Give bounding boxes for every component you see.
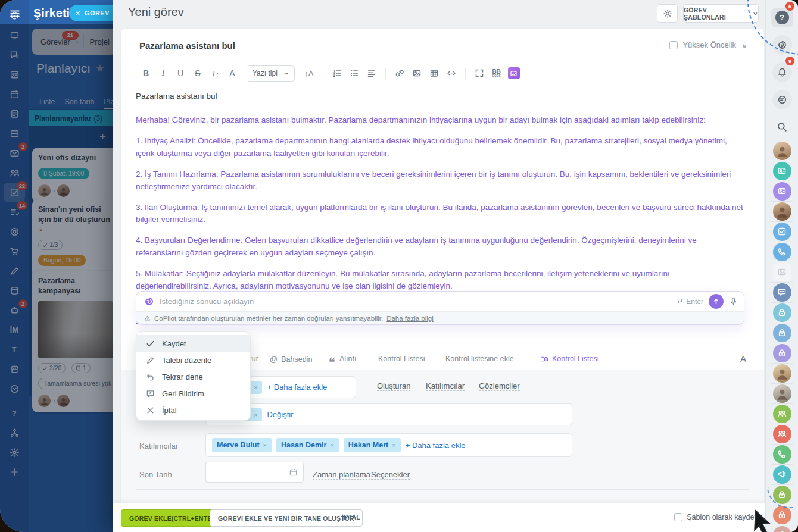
ordered-list-button[interactable] bbox=[331, 65, 344, 81]
microphone-button[interactable] bbox=[729, 297, 738, 306]
rail-sitemap-icon[interactable] bbox=[4, 423, 25, 443]
link-button[interactable] bbox=[393, 65, 406, 81]
rail-t-item[interactable]: T bbox=[4, 340, 25, 359]
priority-checkbox[interactable] bbox=[669, 41, 678, 49]
text-color-button[interactable]: A bbox=[226, 65, 239, 81]
menu-item-kaydet[interactable]: Kaydet bbox=[136, 335, 250, 352]
gozlemciler-link[interactable]: Gözlemciler bbox=[479, 381, 520, 391]
right-rail-avatar-icon[interactable] bbox=[769, 383, 794, 403]
rail-help-icon[interactable]: ? bbox=[4, 403, 25, 423]
insert-table-button[interactable] bbox=[428, 65, 441, 81]
secenekler-link[interactable]: Seçenekler bbox=[371, 470, 410, 480]
remove-chip-icon[interactable]: × bbox=[392, 442, 395, 449]
rail-people-icon[interactable] bbox=[4, 163, 25, 183]
underline-button[interactable]: U bbox=[174, 65, 187, 81]
save-as-template-control[interactable]: Şablon olarak kaydet bbox=[674, 513, 756, 521]
task-description-editor[interactable]: Pazarlama asistanı bul Merhaba! Görevini… bbox=[136, 90, 744, 324]
rail-stack-icon[interactable] bbox=[4, 281, 25, 301]
breadcrumb-tasks[interactable]: Görevler 21 bbox=[32, 37, 76, 46]
rail-cart-icon[interactable] bbox=[4, 242, 25, 261]
right-rail-copilot-icon[interactable] bbox=[769, 31, 794, 58]
add-more-link[interactable]: + Daha fazla ekle bbox=[267, 383, 327, 392]
rail-mail-icon[interactable]: 2 bbox=[4, 143, 25, 163]
copilot-submit-button[interactable] bbox=[709, 294, 724, 309]
more-info-link[interactable]: Daha fazla bilgi bbox=[386, 315, 434, 322]
rail-calendar-icon[interactable] bbox=[4, 85, 25, 104]
add-more-link[interactable]: + Daha fazla ekle bbox=[406, 441, 466, 450]
right-rail-idcard-icon[interactable] bbox=[769, 181, 794, 201]
rail-pen-icon[interactable] bbox=[4, 261, 25, 281]
settings-button[interactable] bbox=[657, 4, 678, 23]
creator-box[interactable]: × Değiştir bbox=[205, 403, 572, 425]
rail-contacts-icon[interactable] bbox=[4, 65, 25, 85]
tab-bahsedin[interactable]: @Bahsedin bbox=[270, 355, 312, 364]
rail-im-item[interactable]: İM bbox=[4, 320, 25, 340]
katilimcilar-link[interactable]: Katılımcılar bbox=[426, 381, 465, 391]
code-button[interactable] bbox=[445, 65, 458, 81]
rail-plus-icon[interactable] bbox=[4, 462, 25, 482]
task-templates-button[interactable]: GÖREV ŞABLONLARI bbox=[683, 4, 759, 23]
font-size-button[interactable]: ↕A bbox=[303, 65, 316, 81]
rail-shop-icon[interactable] bbox=[4, 359, 25, 379]
rail-tasks-icon[interactable]: 14 bbox=[4, 202, 25, 222]
copilot-image-button[interactable] bbox=[507, 65, 520, 81]
strikethrough-button[interactable]: S bbox=[191, 65, 204, 81]
task-card[interactable]: Yeni ofis dizaynı 8 Şubat, 19:00 › bbox=[32, 148, 119, 202]
tab-kontrol-listesine-ekle[interactable]: Kontrol listesine ekle bbox=[445, 355, 514, 363]
olusturan-link[interactable]: Oluşturan bbox=[377, 381, 410, 391]
remove-chip-icon[interactable]: × bbox=[254, 384, 257, 391]
right-rail-avatar-icon[interactable] bbox=[769, 363, 794, 383]
right-rail-lock-icon[interactable] bbox=[769, 505, 794, 525]
due-date-input[interactable] bbox=[205, 462, 304, 483]
tab-copilot-kontrol-listesi[interactable]: Kontrol Listesi bbox=[541, 355, 599, 363]
breadcrumb-projects[interactable]: Projel bbox=[90, 37, 116, 46]
rail-monitor-icon[interactable] bbox=[4, 26, 25, 45]
right-rail-avatar-icon[interactable] bbox=[769, 201, 794, 221]
tab-kontrol-listesi[interactable]: Kontrol Listesi bbox=[378, 355, 425, 363]
remove-chip-icon[interactable]: × bbox=[330, 442, 333, 449]
right-rail-search-icon[interactable] bbox=[769, 113, 794, 140]
right-rail-idcard-icon[interactable] bbox=[769, 161, 794, 181]
right-rail-help-icon[interactable]: ?6 bbox=[769, 4, 794, 31]
font-size-toggle[interactable]: A bbox=[740, 353, 746, 364]
tab-son-tarih[interactable]: Son tarih bbox=[64, 98, 94, 109]
rail-drive-icon[interactable] bbox=[4, 124, 25, 143]
remove-chip-icon[interactable]: × bbox=[263, 442, 267, 449]
insert-image-button[interactable] bbox=[410, 65, 423, 81]
hamburger-menu-icon[interactable] bbox=[10, 8, 20, 19]
menu-item-talebi-duzenle[interactable]: Talebi düzenle bbox=[136, 352, 250, 368]
align-button[interactable] bbox=[365, 65, 378, 81]
right-rail-phone-icon[interactable] bbox=[769, 242, 794, 262]
right-rail-checksq-icon[interactable] bbox=[769, 221, 794, 242]
participant-chip[interactable]: Hasan Demir× bbox=[276, 438, 339, 452]
right-rail-lock-icon[interactable] bbox=[769, 302, 794, 323]
tab-liste[interactable]: Liste bbox=[39, 98, 55, 109]
rail-bot-icon[interactable]: 2 bbox=[4, 301, 25, 320]
cancel-button[interactable]: İPTAL bbox=[342, 514, 360, 521]
rail-chat-icon[interactable] bbox=[4, 45, 25, 65]
right-rail-lock-icon[interactable] bbox=[769, 323, 794, 343]
italic-button[interactable]: I bbox=[157, 65, 170, 81]
right-rail-people-icon[interactable] bbox=[769, 403, 794, 424]
zaman-planlama-link[interactable]: Zaman planlama bbox=[313, 470, 370, 480]
rail-check-icon[interactable]: 22 bbox=[4, 183, 25, 202]
rail-doc-icon[interactable] bbox=[4, 104, 25, 124]
add-task-plus-icon[interactable]: + bbox=[99, 130, 106, 143]
high-priority-control[interactable]: Yüksek Öncelik bbox=[669, 40, 749, 49]
remove-chip-icon[interactable]: × bbox=[254, 411, 257, 418]
change-link[interactable]: Değiştir bbox=[267, 410, 293, 419]
right-rail-avatar-icon[interactable] bbox=[769, 140, 794, 161]
participants-box[interactable]: Merve Bulut×Hasan Demir×Hakan Mert× + Da… bbox=[205, 433, 572, 457]
rail-gear-icon[interactable] bbox=[4, 443, 25, 462]
right-rail-copilot-icon[interactable] bbox=[769, 525, 794, 532]
tab-alinti[interactable]: Alıntı bbox=[328, 355, 357, 363]
right-rail-bell-icon[interactable]: 9 bbox=[769, 58, 794, 86]
add-and-create-new-button[interactable]: GÖREVİ EKLE VE YENİ BİR TANE OLUŞTUR bbox=[210, 509, 363, 527]
right-rail-lock-icon[interactable] bbox=[769, 484, 794, 505]
copilot-prompt-input[interactable] bbox=[160, 297, 671, 306]
right-rail-people-icon[interactable] bbox=[769, 424, 794, 444]
gorev-tab-pill[interactable]: GÖREV bbox=[69, 5, 118, 21]
font-select[interactable]: Yazı tipi bbox=[247, 65, 295, 82]
rail-chevron-icon[interactable] bbox=[4, 379, 25, 399]
fullscreen-button[interactable] bbox=[473, 65, 486, 81]
